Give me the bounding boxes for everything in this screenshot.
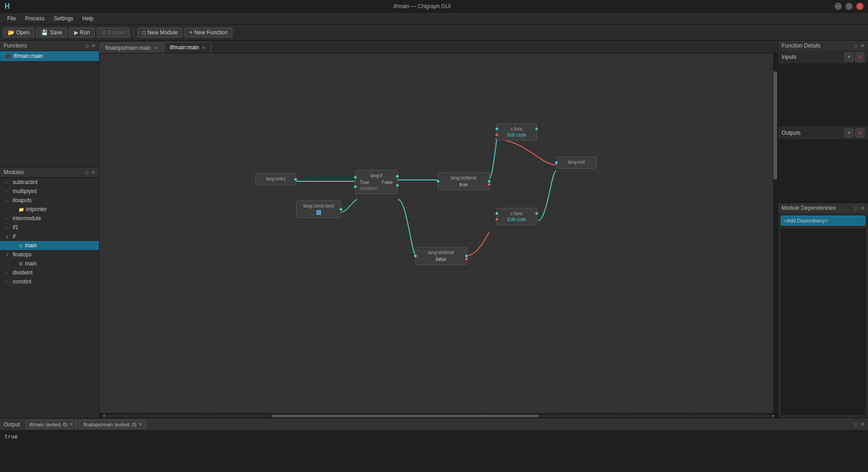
mod-expand-icon	[11, 243, 17, 248]
mod-expand-icon: ›	[5, 198, 11, 203]
menu-settings[interactable]: Settings	[49, 14, 78, 23]
mod-label: floatops	[13, 251, 32, 258]
scroll-left-arrow[interactable]: ◀	[101, 414, 106, 418]
mod-expand-icon: ›	[5, 225, 11, 230]
output-close-icon[interactable]: ✕	[860, 421, 864, 427]
modules-pin-icon[interactable]: ◇	[85, 170, 89, 175]
new-function-icon: +	[189, 29, 193, 36]
module-dep-close[interactable]: ✕	[860, 205, 864, 211]
hscroll-track[interactable]	[106, 415, 771, 417]
module-dependencies-header: Module Dependencies ◇ ✕	[778, 203, 868, 213]
output-panel-title: Output	[4, 421, 20, 428]
module-item-intprinter-3[interactable]: 📁intprinter	[0, 205, 99, 214]
tab-floatops-main[interactable]: floatops/main:main ✕	[99, 42, 163, 53]
output-tab-close-if[interactable]: ✕	[69, 421, 73, 427]
node-lang-if[interactable]: lang:if TrueFalse condition	[355, 170, 398, 194]
run-button[interactable]: ▶ Run	[69, 28, 95, 38]
mod-expand-icon: ›	[5, 279, 11, 284]
node-lang-entry[interactable]: lang:entry	[255, 173, 296, 185]
function-details-icons: ◇ ✕	[854, 43, 864, 49]
node-c-func-bottom[interactable]: c:func Edit code	[496, 208, 537, 225]
functions-list: ⬛ if/main:main	[0, 51, 99, 167]
save-button[interactable]: 💾 Save	[36, 28, 67, 38]
node-lang-strliteral-true[interactable]: lang:strliteral true	[438, 172, 490, 190]
output-tab-if-main[interactable]: if/main (exited, 0) ✕	[25, 420, 77, 429]
function-item-if-main[interactable]: ⬛ if/main:main	[0, 51, 99, 61]
function-details-close[interactable]: ✕	[860, 43, 864, 49]
minimize-button[interactable]: —	[835, 3, 842, 10]
modules-list: ›subtractint›multiplyint›itoaputs 📁intpr…	[0, 178, 99, 418]
node-lang-strliteral-false[interactable]: lang:strliteral false	[415, 247, 467, 265]
output-tab-floatops[interactable]: floatops/main (exited, 0) ✕	[79, 420, 146, 429]
mod-label: if1	[13, 224, 19, 231]
modules-panel-title: Modules	[4, 169, 24, 175]
mod-expand-icon	[11, 261, 17, 266]
mod-label: constint	[13, 278, 31, 285]
modules-panel: Modules ◇ ✕ ›subtractint›multiplyint›ito…	[0, 167, 99, 418]
output-tab-label-floatops: floatops/main (exited, 0)	[83, 422, 136, 427]
canvas-vscrollbar[interactable]	[773, 53, 778, 413]
inputs-actions: + ⊘	[844, 52, 864, 61]
menu-help[interactable]: Help	[78, 14, 98, 23]
add-output-button[interactable]: +	[844, 128, 854, 137]
function-label: if/main:main	[14, 53, 43, 59]
inputs-content	[778, 63, 868, 127]
open-button[interactable]: 📂 Open	[3, 28, 34, 38]
output-tab-close-floatops[interactable]: ✕	[138, 421, 142, 427]
edit-code-button-top[interactable]: Edit code	[501, 132, 532, 137]
remove-output-button[interactable]: ⊘	[855, 128, 864, 137]
module-item-if1-5[interactable]: ›if1	[0, 223, 99, 232]
module-item-main-9[interactable]: 🗎main	[0, 259, 99, 268]
module-item-multiplyint-1[interactable]: ›multiplyint	[0, 187, 99, 196]
titlebar: H if/main — Chigraph GUI — □ ✕	[0, 0, 868, 13]
add-input-button[interactable]: +	[844, 52, 854, 61]
menu-process[interactable]: Process	[20, 14, 49, 23]
module-item-intermodule-4[interactable]: ›intermodule	[0, 214, 99, 223]
node-c-func-top[interactable]: c:func Edit code	[496, 123, 537, 141]
remove-input-button[interactable]: ⊘	[855, 52, 864, 61]
function-details-pin[interactable]: ◇	[854, 43, 858, 49]
node-lang-exit[interactable]: lang:exit	[556, 156, 597, 169]
new-module-button[interactable]: □ New Module	[137, 28, 183, 38]
mod-label: subtractint	[13, 179, 38, 185]
scroll-right-arrow[interactable]: ▶	[771, 414, 776, 418]
new-function-button[interactable]: + New Function	[184, 28, 232, 38]
maximize-button[interactable]: □	[845, 3, 853, 10]
output-pin-icon[interactable]: ◇	[854, 421, 858, 427]
node-lang-const-bool[interactable]: lang:const-bool	[296, 200, 341, 218]
add-dependency-input[interactable]: <Add Dependnecy>	[781, 216, 865, 226]
new-module-icon: □	[142, 29, 146, 36]
function-icon: ⬛	[5, 54, 11, 59]
output-panel: Output if/main (exited, 0) ✕ floatops/ma…	[0, 418, 868, 472]
menu-file[interactable]: File	[3, 14, 20, 23]
mod-label: intermodule	[13, 215, 41, 222]
canvas-area[interactable]: lang:entry lang:const-bool lang:if TrueF…	[99, 53, 778, 413]
menubar: File Process Settings Help	[0, 13, 868, 24]
outputs-content	[778, 139, 868, 203]
canvas-hscrollbar[interactable]: ◀ ▶	[99, 413, 778, 418]
module-item-main-7[interactable]: 🗎main	[0, 241, 99, 250]
mod-expand-icon: ∨	[5, 252, 11, 257]
module-item-floatops-8[interactable]: ∨floatops	[0, 250, 99, 259]
module-dep-pin[interactable]: ◇	[854, 205, 858, 211]
module-item-divideint-10[interactable]: ›divideint	[0, 268, 99, 277]
module-item-subtractint-0[interactable]: ›subtractint	[0, 178, 99, 187]
functions-pin-icon[interactable]: ◇	[85, 43, 89, 49]
tab-close-floatops[interactable]: ✕	[154, 46, 157, 51]
mod-type-icon: 📁	[19, 207, 24, 212]
tab-close-if[interactable]: ✕	[202, 45, 205, 50]
tab-if-main[interactable]: if/main:main ✕	[164, 42, 212, 53]
functions-close-icon[interactable]: ✕	[91, 43, 95, 49]
edit-code-button-bottom[interactable]: Edit code	[501, 217, 532, 222]
module-item-constint-11[interactable]: ›constint	[0, 277, 99, 286]
modules-close-icon[interactable]: ✕	[91, 170, 95, 175]
connections-svg	[99, 53, 778, 413]
cancel-button[interactable]: ⊘ Cancel	[97, 28, 130, 38]
output-panel-header: Output if/main (exited, 0) ✕ floatops/ma…	[0, 418, 868, 431]
mod-label: multiplyint	[13, 188, 37, 194]
module-item-itoaputs-2[interactable]: ›itoaputs	[0, 196, 99, 205]
module-dependencies-section: Module Dependencies ◇ ✕ <Add Dependnecy>	[778, 203, 868, 418]
module-item-if-6[interactable]: ∨if	[0, 232, 99, 241]
window-title: if/main — Chigraph GUI	[10, 3, 835, 9]
close-button[interactable]: ✕	[856, 3, 863, 10]
